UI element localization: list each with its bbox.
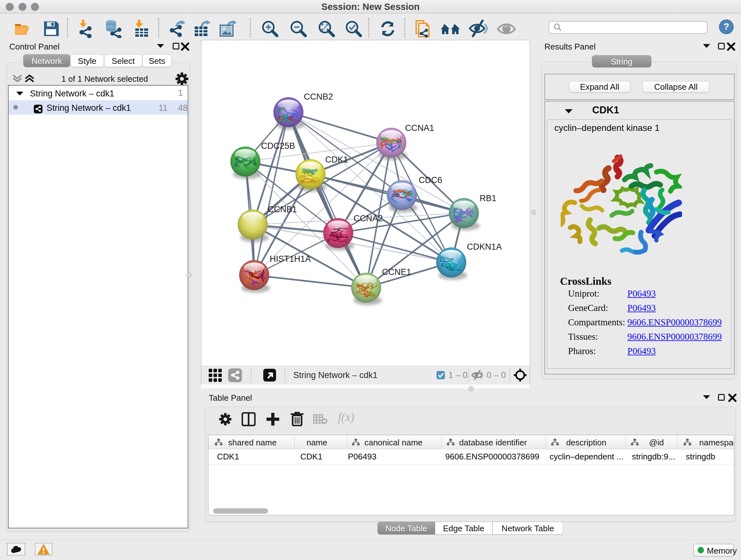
svg-text:CCNB2: CCNB2: [304, 92, 333, 102]
svg-text:CCNB1: CCNB1: [268, 205, 297, 214]
svg-text:CCNA2: CCNA2: [354, 213, 383, 223]
svg-text:CDC25B: CDC25B: [261, 141, 295, 151]
svg-text:RB1: RB1: [480, 193, 496, 203]
svg-text:HIST1H1A: HIST1H1A: [270, 254, 311, 264]
svg-text:?: ?: [724, 21, 729, 32]
svg-text:CDKN1A: CDKN1A: [467, 242, 502, 252]
svg-text:CDC6: CDC6: [419, 175, 442, 185]
svg-text:CDK1: CDK1: [325, 155, 348, 165]
svg-text:CCNE1: CCNE1: [382, 267, 411, 277]
svg-text:CCNA1: CCNA1: [405, 123, 434, 133]
